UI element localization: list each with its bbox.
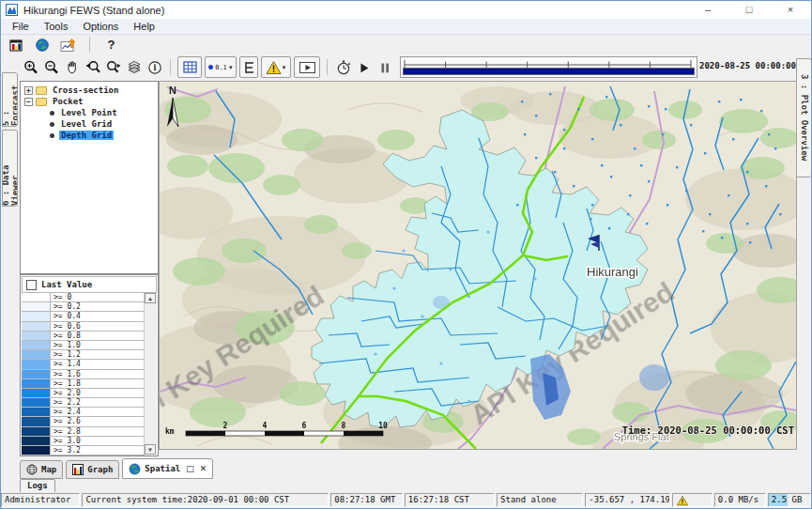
tab-plot-overview[interactable]: 3 : Plot Overview [796,58,812,177]
title-bar: Hikurangi FEWS (Stand alone) – □ × [1,1,811,19]
tree-node-level-point[interactable]: Level Point [21,107,158,118]
tree-label[interactable]: Level Grid [59,119,114,129]
last-value-checkbox[interactable] [26,280,37,290]
legend-title: Last Value [41,280,92,289]
play-button[interactable] [355,58,373,76]
tree-node-level-grid[interactable]: Level Grid [21,118,158,130]
animation-button[interactable] [294,56,320,78]
menu-options[interactable]: Options [75,21,126,32]
tree-label-selected[interactable]: Depth Grid [59,131,114,140]
app-window: Hikurangi FEWS (Stand alone) – □ × File … [0,0,812,509]
info-icon[interactable]: i [146,58,163,76]
status-warning-cell[interactable] [672,493,712,507]
expand-icon[interactable]: + [24,86,33,95]
grid-display-button[interactable] [177,56,202,78]
toolbar-separator [327,59,328,75]
scroll-up-icon[interactable]: ▲ [145,293,156,303]
legend-label: >= 0.4 [51,312,145,320]
timeseries-display-icon[interactable] [59,36,77,54]
tab-spatial[interactable]: Spatial □ ✕ [122,458,213,479]
menu-file[interactable]: File [5,21,37,32]
pan-hand-icon[interactable] [63,58,81,76]
scale-value: 0.1 [215,64,227,71]
legend-row[interactable]: >= 1.8 [22,379,145,389]
tab-forecast[interactable]: 5 : Forecast [2,72,18,127]
status-gmt-time: 08:27:18 GMT [330,493,403,507]
map-view[interactable]: API Key Required API Key Required Hikura… [159,81,797,450]
collapse-icon[interactable]: − [24,98,33,106]
legend-row[interactable]: >= 1.0 [22,341,145,350]
legend-label: >= 3.0 [51,437,145,445]
menu-tools[interactable]: Tools [37,21,76,32]
status-mode: Stand alone [497,493,583,507]
svg-text:4: 4 [263,422,268,430]
legend-row[interactable]: >= 1.6 [22,370,145,379]
legend-swatch [22,446,51,455]
svg-text:i: i [153,63,157,72]
layers-icon[interactable] [125,58,143,76]
time-slider[interactable] [400,56,697,78]
explorer-icon[interactable] [7,36,24,54]
legend-swatch [22,417,51,425]
tree-node-cross-section[interactable]: + Cross-section [21,85,158,96]
legend-row[interactable]: >= 3.2 [22,446,145,455]
warning-dropdown-button[interactable]: ▼ [261,56,291,78]
zoom-next-icon[interactable] [104,58,122,76]
map-display-icon[interactable] [33,36,51,54]
pause-button[interactable] [375,58,393,76]
tab-data-viewer[interactable]: 6 : Data Viewer [2,130,18,207]
svg-text:8: 8 [342,422,346,430]
legend-toggle-button[interactable] [239,56,258,78]
legend-scrollbar[interactable]: ▲ ▼ [144,293,157,455]
time-span-bar[interactable] [403,68,695,75]
minimize-button[interactable]: – [687,1,728,19]
globe-icon [129,463,141,475]
legend-row[interactable]: >= 2.6 [22,417,145,426]
legend-label: >= 2.8 [51,427,145,436]
legend-row[interactable]: >= 0.2 [22,302,145,312]
legend-row[interactable]: >= 0.8 [22,332,145,341]
legend-row[interactable]: >= 1.4 [22,360,145,369]
scroll-down-icon[interactable]: ▼ [145,444,156,455]
status-system-time: Current system time:2020-09-01 00:00 CST [82,493,329,507]
legend-row[interactable]: >= 0.6 [22,322,145,332]
legend-row[interactable]: >= 2.2 [22,398,145,408]
status-local-time: 16:27:18 CST [405,493,495,507]
tree-label[interactable]: Pocket [51,97,85,106]
legend-row[interactable]: >= 1.2 [22,350,145,360]
zoom-previous-icon[interactable] [84,58,101,76]
legend-row[interactable]: >= 2.0 [22,389,145,398]
tree-label[interactable]: Cross-section [51,85,120,95]
close-button[interactable]: × [770,1,811,19]
tree-node-depth-grid[interactable]: Depth Grid [21,130,158,141]
legend-label: >= 1.0 [51,341,145,349]
tree-label[interactable]: Level Point [59,108,119,117]
current-time-label: 2020-08-25 00:00:00 CST [699,61,812,70]
zoom-out-icon[interactable] [42,58,60,76]
town-label: Hikurangi [587,265,638,279]
maximize-button[interactable]: □ [728,1,770,19]
legend-row[interactable]: >= 3.0 [22,437,145,446]
zoom-in-icon[interactable] [22,58,39,76]
tree-node-pocket[interactable]: − Pocket [21,96,158,107]
map-canvas[interactable]: API Key Required API Key Required Hikura… [160,82,796,449]
menu-help[interactable]: Help [126,21,162,32]
legend-row[interactable]: >= 0.4 [22,312,145,321]
legend-row[interactable]: >= 0 [22,293,145,302]
classification-scale-dropdown[interactable]: 0.1 ▼ [205,56,237,78]
menu-bar: File Tools Options Help [1,19,811,35]
legend-swatch [22,312,51,320]
tab-graph[interactable]: Graph [66,460,119,479]
tab-maximize-icon[interactable]: □ [186,464,194,473]
legend-label: >= 2.2 [51,398,145,407]
tab-map-label: Map [41,465,56,474]
legend-row[interactable]: >= 2.4 [22,408,145,417]
timer-icon[interactable] [334,58,352,76]
tab-map[interactable]: Map [20,460,63,479]
legend-row[interactable]: >= 2.8 [22,427,145,437]
tab-close-icon[interactable]: ✕ [200,464,207,473]
legend-swatch [22,398,51,407]
help-button[interactable]: ? [102,36,120,54]
svg-text:km: km [165,427,175,436]
map-time-label: Time: 2020-08-25 00:00:00 CST [622,424,794,436]
